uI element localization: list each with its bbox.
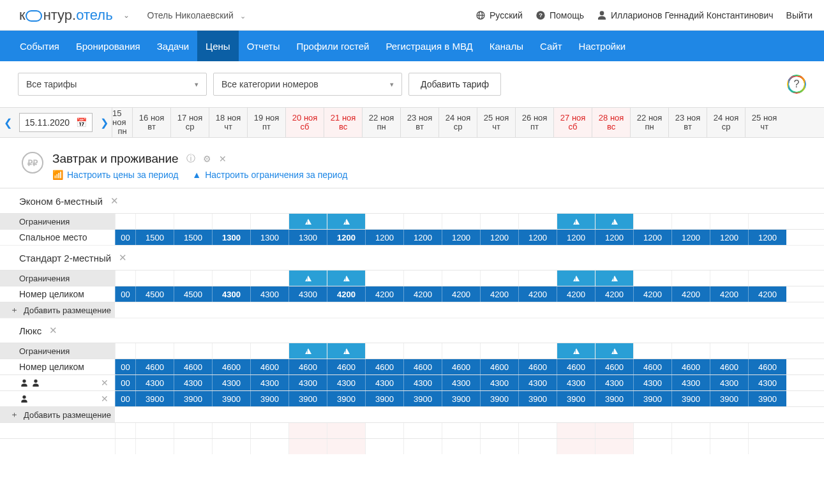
price-cell[interactable]: 4300	[288, 286, 327, 302]
price-cell[interactable]: 4300	[480, 375, 518, 390]
price-cell[interactable]: 3900	[518, 391, 557, 406]
nav-item-2[interactable]: Задачи	[149, 31, 197, 61]
gear-icon[interactable]: ⚙	[203, 154, 211, 164]
add-placement-button[interactable]: ＋Добавить размещение	[0, 302, 115, 318]
nav-item-5[interactable]: Профили гостей	[288, 31, 377, 61]
restriction-cell[interactable]	[671, 271, 710, 286]
date-picker[interactable]: 15.11.2020 📅	[19, 113, 93, 132]
restriction-cell[interactable]	[518, 271, 557, 286]
price-cell[interactable]: 3900	[748, 391, 786, 406]
restriction-cell[interactable]	[518, 214, 557, 229]
restriction-cell[interactable]	[403, 271, 442, 286]
price-cell[interactable]: 4300	[748, 375, 786, 390]
price-cell[interactable]: 4600	[480, 359, 518, 374]
set-prices-link[interactable]: 📶 Настроить цены за период	[52, 170, 178, 180]
price-cell[interactable]: 4300	[633, 375, 671, 390]
context-help-button[interactable]: ?	[787, 75, 806, 94]
restriction-cell[interactable]	[595, 343, 633, 359]
price-cell[interactable]: 3900	[442, 391, 480, 406]
price-cell[interactable]: 4300	[403, 375, 442, 390]
restriction-cell[interactable]	[288, 271, 327, 286]
price-cell[interactable]: 1500	[135, 230, 174, 245]
price-cell[interactable]: 3900	[633, 391, 671, 406]
price-cell[interactable]: 3900	[403, 391, 442, 406]
price-cell[interactable]: 3900	[250, 391, 288, 406]
price-cell[interactable]: 4600	[518, 359, 557, 374]
price-cell[interactable]: 1300	[250, 230, 288, 245]
price-cell[interactable]: 1200	[748, 230, 786, 245]
price-cell[interactable]: 1200	[480, 230, 518, 245]
restriction-cell[interactable]	[288, 343, 327, 359]
price-cell[interactable]: 4300	[442, 375, 480, 390]
restriction-cell[interactable]	[365, 271, 403, 286]
restriction-cell[interactable]	[403, 214, 442, 229]
price-cell[interactable]: 1200	[557, 230, 595, 245]
close-icon[interactable]: ✕	[219, 154, 227, 164]
price-cell[interactable]: 4600	[557, 359, 595, 374]
price-cell[interactable]: 4300	[250, 286, 288, 302]
price-cell[interactable]: 1200	[403, 230, 442, 245]
restriction-cell[interactable]	[327, 343, 365, 359]
restriction-cell[interactable]	[633, 271, 671, 286]
price-cell[interactable]: 4300	[327, 375, 365, 390]
price-cell[interactable]: 4500	[135, 286, 174, 302]
tariff-filter[interactable]: Все тарифы ▾	[18, 73, 207, 96]
restriction-cell[interactable]	[403, 343, 442, 359]
price-cell[interactable]: 4300	[212, 286, 250, 302]
price-cell[interactable]: 4300	[135, 375, 174, 390]
restriction-cell[interactable]	[442, 271, 480, 286]
info-icon[interactable]: ⓘ	[186, 153, 195, 165]
nav-item-4[interactable]: Отчеты	[239, 31, 288, 61]
restriction-cell[interactable]	[327, 214, 365, 229]
restriction-cell[interactable]	[671, 214, 710, 229]
price-cell[interactable]: 4200	[480, 286, 518, 302]
price-cell[interactable]: 1500	[174, 230, 212, 245]
price-cell[interactable]: 1200	[327, 230, 365, 245]
price-cell[interactable]: 4200	[327, 286, 365, 302]
price-cell[interactable]: 4600	[174, 359, 212, 374]
price-cell[interactable]: 4200	[710, 286, 748, 302]
brand-chevron-icon[interactable]: ⌄	[123, 11, 130, 20]
price-cell[interactable]: 4300	[595, 375, 633, 390]
restriction-cell[interactable]	[135, 214, 174, 229]
nav-item-8[interactable]: Сайт	[532, 31, 571, 61]
price-cell[interactable]: 3900	[327, 391, 365, 406]
price-cell[interactable]: 4300	[212, 375, 250, 390]
restriction-cell[interactable]	[174, 214, 212, 229]
price-cell[interactable]: 4600	[365, 359, 403, 374]
restriction-cell[interactable]	[442, 214, 480, 229]
restriction-cell[interactable]	[212, 214, 250, 229]
price-cell[interactable]: 4200	[748, 286, 786, 302]
price-cell[interactable]: 3900	[557, 391, 595, 406]
price-cell[interactable]: 1200	[633, 230, 671, 245]
price-cell[interactable]: 00	[115, 359, 135, 374]
price-cell[interactable]: 4200	[557, 286, 595, 302]
price-cell[interactable]: 4200	[671, 286, 710, 302]
restriction-cell[interactable]	[288, 214, 327, 229]
nav-item-0[interactable]: События	[11, 31, 68, 61]
restriction-cell[interactable]	[480, 343, 518, 359]
restriction-cell[interactable]	[633, 343, 671, 359]
logo[interactable]: к нтур. отель	[19, 7, 113, 24]
price-cell[interactable]: 4300	[250, 375, 288, 390]
user-menu[interactable]: Илларионов Геннадий Константинович	[597, 10, 774, 20]
restriction-cell[interactable]	[135, 343, 174, 359]
nav-item-3[interactable]: Цены	[197, 31, 239, 61]
price-cell[interactable]: 3900	[710, 391, 748, 406]
restriction-cell[interactable]	[633, 214, 671, 229]
date-next-button[interactable]: ❯	[96, 108, 112, 137]
price-cell[interactable]: 4600	[633, 359, 671, 374]
price-cell[interactable]: 3900	[671, 391, 710, 406]
help-link[interactable]: ? Помощь	[536, 10, 584, 20]
price-cell[interactable]: 4300	[288, 375, 327, 390]
price-cell[interactable]: 3900	[212, 391, 250, 406]
price-cell[interactable]: 3900	[135, 391, 174, 406]
restriction-cell[interactable]	[212, 271, 250, 286]
price-cell[interactable]: 4600	[442, 359, 480, 374]
price-cell[interactable]: 4300	[174, 375, 212, 390]
restriction-cell[interactable]	[748, 343, 786, 359]
price-cell[interactable]: 1200	[595, 230, 633, 245]
add-placement-button[interactable]: ＋Добавить размещение	[0, 407, 115, 422]
remove-category-icon[interactable]: ✕	[49, 325, 57, 336]
price-cell[interactable]: 4600	[403, 359, 442, 374]
